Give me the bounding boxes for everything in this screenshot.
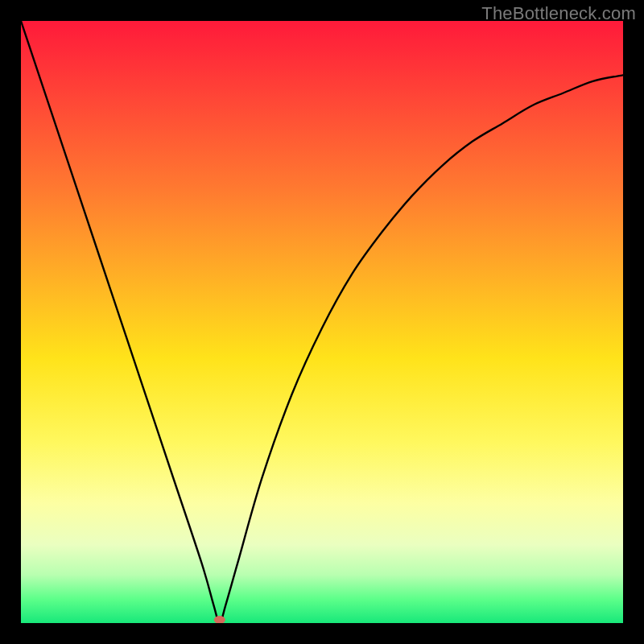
minimum-marker bbox=[214, 616, 225, 623]
curve-svg bbox=[21, 21, 623, 623]
chart-frame: TheBottleneck.com bbox=[0, 0, 644, 644]
plot-area bbox=[21, 21, 623, 623]
bottleneck-curve bbox=[21, 21, 623, 623]
watermark-text: TheBottleneck.com bbox=[481, 3, 636, 24]
